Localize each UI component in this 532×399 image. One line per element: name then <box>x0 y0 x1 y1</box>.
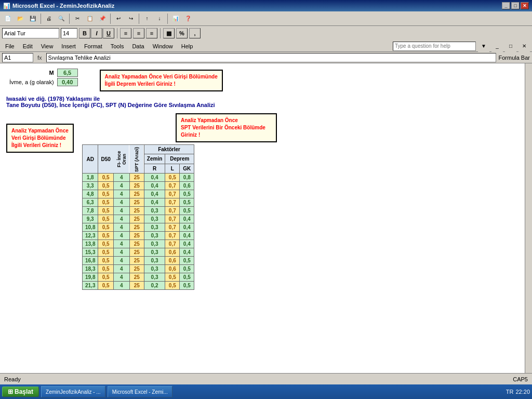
cell-fi[interactable]: 4 <box>113 257 129 265</box>
cell-gk[interactable]: 0,4 <box>180 223 194 232</box>
cell-fi[interactable]: 4 <box>113 223 129 232</box>
bold-button[interactable]: B <box>79 28 90 38</box>
cell-l[interactable]: 0,7 <box>165 232 180 240</box>
align-left-button[interactable]: ≡ <box>120 28 131 38</box>
menu-help[interactable]: Help <box>178 43 196 50</box>
menu-file[interactable]: File <box>2 43 18 50</box>
help-arrow-button[interactable]: ▼ <box>478 41 489 52</box>
cell-d50[interactable]: 0,5 <box>98 182 113 190</box>
m-value[interactable]: 6,5 <box>57 69 78 77</box>
close-button[interactable]: ✕ <box>521 2 529 9</box>
right-scrollbar[interactable] <box>525 63 532 399</box>
cell-r[interactable]: 0,3 <box>144 248 165 257</box>
cell-ad[interactable]: 9,3 <box>83 215 98 223</box>
cell-r[interactable]: 0,3 <box>144 273 165 282</box>
cell-fi[interactable]: 4 <box>113 240 129 248</box>
cell-gk[interactable]: 0,8 <box>180 174 194 182</box>
start-button[interactable]: ⊞ Başlat <box>2 387 39 397</box>
cell-fi[interactable]: 4 <box>113 273 129 282</box>
cell-fi[interactable]: 4 <box>113 174 129 182</box>
cell-r[interactable]: 0,4 <box>144 190 165 198</box>
cell-fi[interactable]: 4 <box>113 182 129 190</box>
cell-d50[interactable]: 0,5 <box>98 257 113 265</box>
cell-gk[interactable]: 0,4 <box>180 232 194 240</box>
menu-edit[interactable]: Edit <box>20 43 36 50</box>
print-button[interactable]: 🖨 <box>43 13 55 24</box>
cell-spt[interactable]: 25 <box>129 232 144 240</box>
cell-gk[interactable]: 0,4 <box>180 215 194 223</box>
help-button[interactable]: ❓ <box>182 13 194 24</box>
menu-window[interactable]: Window <box>150 43 176 50</box>
cell-l[interactable]: 0,6 <box>165 248 180 257</box>
cell-r[interactable]: 0,2 <box>144 282 165 290</box>
cell-spt[interactable]: 25 <box>129 257 144 265</box>
cell-gk[interactable]: 0,4 <box>180 240 194 248</box>
cell-ad[interactable]: 19,8 <box>83 273 98 282</box>
cell-l[interactable]: 0,5 <box>165 174 180 182</box>
merge-button[interactable]: ▦ <box>163 28 175 38</box>
menu-data[interactable]: Data <box>129 43 147 50</box>
taskbar-item-1[interactable]: Microsoft Excel - Zemi... <box>108 386 172 397</box>
cell-d50[interactable]: 0,5 <box>98 282 113 290</box>
currency-button[interactable]: % <box>176 28 188 38</box>
cell-ad[interactable]: 12,3 <box>83 232 98 240</box>
menu-format[interactable]: Format <box>81 43 105 50</box>
cell-l[interactable]: 0,6 <box>165 265 180 273</box>
undo-button[interactable]: ↩ <box>113 13 124 24</box>
cell-r[interactable]: 0,3 <box>144 223 165 232</box>
cell-d50[interactable]: 0,5 <box>98 265 113 273</box>
cell-l[interactable]: 0,6 <box>165 257 180 265</box>
cell-d50[interactable]: 0,5 <box>98 232 113 240</box>
paste-button[interactable]: 📌 <box>97 13 108 24</box>
redo-button[interactable]: ↪ <box>125 13 137 24</box>
cell-fi[interactable]: 4 <box>113 282 129 290</box>
cell-fi[interactable]: 4 <box>113 215 129 223</box>
cell-gk[interactable]: 0,5 <box>180 257 194 265</box>
cell-l[interactable]: 0,7 <box>165 240 180 248</box>
underline-button[interactable]: U <box>103 28 114 38</box>
cell-d50[interactable]: 0,5 <box>98 273 113 282</box>
cell-l[interactable]: 0,5 <box>165 282 180 290</box>
cell-d50[interactable]: 0,5 <box>98 215 113 223</box>
cell-reference-input[interactable] <box>2 53 33 62</box>
cell-l[interactable]: 0,7 <box>165 207 180 215</box>
cell-ad[interactable]: 16,8 <box>83 257 98 265</box>
cell-d50[interactable]: 0,5 <box>98 198 113 207</box>
close-app-button[interactable]: ✕ <box>518 41 530 52</box>
cell-d50[interactable]: 0,5 <box>98 174 113 182</box>
maximize-button[interactable]: □ <box>511 2 520 9</box>
new-button[interactable]: 📄 <box>2 13 14 24</box>
open-button[interactable]: 📂 <box>15 13 26 24</box>
formula-input[interactable] <box>46 53 497 62</box>
cell-spt[interactable]: 25 <box>129 215 144 223</box>
cell-spt[interactable]: 25 <box>129 273 144 282</box>
cell-spt[interactable]: 25 <box>129 174 144 182</box>
cell-ad[interactable]: 1,8 <box>83 174 98 182</box>
cell-ad[interactable]: 13,8 <box>83 240 98 248</box>
cell-fi[interactable]: 4 <box>113 232 129 240</box>
cell-ad[interactable]: 7,8 <box>83 207 98 215</box>
cell-d50[interactable]: 0,5 <box>98 248 113 257</box>
taskbar-item-0[interactable]: ZeminJeofizikAnaliz - ... <box>41 386 105 397</box>
cut-button[interactable]: ✂ <box>72 13 83 24</box>
cell-d50[interactable]: 0,5 <box>98 240 113 248</box>
cell-d50[interactable]: 0,5 <box>98 190 113 198</box>
cell-l[interactable]: 0,5 <box>165 273 180 282</box>
minimize-button[interactable]: _ <box>502 2 510 9</box>
cell-spt[interactable]: 25 <box>129 240 144 248</box>
cell-r[interactable]: 0,4 <box>144 198 165 207</box>
cell-fi[interactable]: 4 <box>113 207 129 215</box>
align-right-button[interactable]: ≡ <box>146 28 157 38</box>
cell-r[interactable]: 0,4 <box>144 174 165 182</box>
font-size-input[interactable] <box>61 28 77 38</box>
cell-ad[interactable]: 15,3 <box>83 248 98 257</box>
ivme-value[interactable]: 0,40 <box>57 78 78 86</box>
font-name-input[interactable] <box>2 28 59 38</box>
restore-app-button[interactable]: □ <box>505 41 516 52</box>
cell-fi[interactable]: 4 <box>113 190 129 198</box>
cell-ad[interactable]: 3,3 <box>83 182 98 190</box>
cell-fi[interactable]: 4 <box>113 198 129 207</box>
cell-r[interactable]: 0,3 <box>144 215 165 223</box>
cell-ad[interactable]: 10,8 <box>83 223 98 232</box>
align-center-button[interactable]: ≡ <box>133 28 144 38</box>
